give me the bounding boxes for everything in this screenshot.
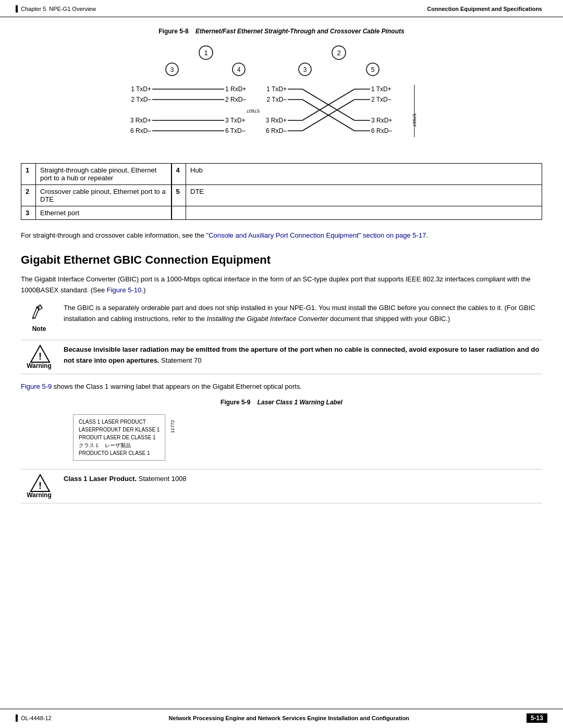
laser-line-4: クラス１ レーザ製品 bbox=[79, 441, 160, 449]
warning1-bold-text: Because invisible laser radiation may be… bbox=[64, 346, 539, 364]
row2-num: 2 bbox=[21, 185, 36, 206]
warning2-bold-text: Class 1 Laser Product. bbox=[64, 475, 137, 483]
svg-text:6 TxD–: 6 TxD– bbox=[225, 127, 246, 134]
svg-text:1 TxD+: 1 TxD+ bbox=[371, 85, 391, 93]
ref-link[interactable]: "Console and Auxiliary Port Connection E… bbox=[206, 231, 426, 239]
row2-label2: DTE bbox=[186, 185, 542, 206]
svg-text:4: 4 bbox=[237, 66, 241, 73]
laser-label-box: CLASS 1 LASER PRODUCT LASERPRODUKT DER K… bbox=[73, 414, 165, 461]
svg-text:2 TxD–: 2 TxD– bbox=[371, 96, 391, 103]
main-content: Figure 5-8 Ethernet/Fast Ethernet Straig… bbox=[0, 17, 563, 552]
svg-text:1 RxD+: 1 RxD+ bbox=[225, 85, 246, 93]
row1-label2: Hub bbox=[186, 164, 542, 185]
svg-text:3 RxD+: 3 RxD+ bbox=[371, 117, 392, 124]
footer-doc-num: OL-4448-12 bbox=[21, 715, 52, 721]
figure8-table: 1 Straight-through cable pinout, Etherne… bbox=[21, 163, 542, 220]
laser-label-num: 11772 bbox=[169, 420, 177, 433]
row3-label2 bbox=[186, 206, 542, 220]
warning1-label: Warning bbox=[27, 362, 52, 369]
warning2-icon-area: ! Warning bbox=[21, 474, 57, 499]
warning2-box: ! Warning Class 1 Laser Product. Stateme… bbox=[21, 469, 542, 503]
row3-label: Ethernet port bbox=[36, 206, 172, 220]
figure9-caption: Figure 5-9 Laser Class 1 Warning Label bbox=[21, 399, 542, 406]
footer-left: OL-4448-12 bbox=[16, 714, 52, 722]
footer-center-text: Network Processing Engine and Network Se… bbox=[169, 715, 409, 721]
warning1-statement: Statement 70 bbox=[161, 356, 201, 364]
svg-text:!: ! bbox=[39, 480, 42, 491]
table-row: 3 Ethernet port bbox=[21, 206, 542, 220]
figure8-caption: Figure 5-8 Ethernet/Fast Ethernet Straig… bbox=[21, 28, 542, 35]
note-icon-area: Note bbox=[21, 303, 57, 332]
svg-text:3 RxD+: 3 RxD+ bbox=[130, 117, 151, 124]
footer-page-num: 5-13 bbox=[527, 713, 547, 723]
svg-text:6 RxD–: 6 RxD– bbox=[266, 127, 287, 134]
cable-diagram: 1 2 3 4 3 5 bbox=[52, 43, 511, 158]
svg-text:1 TxD+: 1 TxD+ bbox=[131, 85, 151, 93]
header-chapter: Chapter 5 bbox=[21, 6, 46, 12]
svg-text:2 RxD–: 2 RxD– bbox=[225, 96, 246, 103]
note-italic: Installing the Gigabit Interface Convert… bbox=[207, 315, 328, 323]
header-right-text: Connection Equipment and Specifications bbox=[427, 6, 542, 12]
svg-text:3 RxD+: 3 RxD+ bbox=[266, 117, 287, 124]
svg-text:2 TxD–: 2 TxD– bbox=[267, 96, 287, 103]
note-pencil-icon bbox=[30, 303, 48, 324]
body-text-1: The Gigabit Interface Converter (GBIC) p… bbox=[21, 274, 542, 296]
figure8-caption-text: Ethernet/Fast Ethernet Straight-Through … bbox=[195, 28, 405, 35]
page-container: Chapter 5 NPE-G1 Overview Connection Equ… bbox=[0, 0, 563, 728]
table-row: 1 Straight-through cable pinout, Etherne… bbox=[21, 164, 542, 185]
row2-num2: 5 bbox=[172, 185, 186, 206]
warning2-label: Warning bbox=[27, 491, 52, 499]
note-box: Note The GBIC is a separately orderable … bbox=[21, 303, 542, 332]
svg-text:!: ! bbox=[39, 351, 42, 362]
footer-bar-icon bbox=[16, 714, 18, 722]
header-left: Chapter 5 NPE-G1 Overview bbox=[16, 5, 96, 13]
laser-line-5: PRODUCTO LASER CLASE 1 bbox=[79, 449, 160, 457]
page-footer: OL-4448-12 Network Processing Engine and… bbox=[0, 709, 563, 728]
svg-text:3: 3 bbox=[170, 66, 174, 73]
note-content: The GBIC is a separately orderable part … bbox=[64, 303, 542, 325]
row1-num: 1 bbox=[21, 164, 36, 185]
section-heading: Gigabit Ethernet GBIC Connection Equipme… bbox=[21, 253, 542, 267]
svg-text:1 TxD+: 1 TxD+ bbox=[266, 85, 287, 93]
row1-label: Straight-through cable pinout, Ethernet … bbox=[36, 164, 172, 185]
figure9-caption-num: Figure 5-9 bbox=[221, 399, 250, 406]
figure9-wrapper: CLASS 1 LASER PRODUCT LASERPRODUKT DER K… bbox=[52, 414, 542, 461]
laser-line-1: CLASS 1 LASER PRODUCT bbox=[79, 418, 160, 426]
svg-text:6 RxD–: 6 RxD– bbox=[130, 127, 151, 134]
svg-text:3: 3 bbox=[303, 66, 307, 73]
svg-text:6 RxD–: 6 RxD– bbox=[371, 127, 392, 134]
row3-num2 bbox=[172, 206, 186, 220]
figure9-caption-text: Laser Class 1 Warning Label bbox=[258, 399, 342, 406]
row2-label: Crossover cable pinout, Ethernet port to… bbox=[36, 185, 172, 206]
svg-text:5: 5 bbox=[371, 66, 375, 73]
warning2-triangle-icon: ! bbox=[30, 474, 48, 490]
svg-text:2: 2 bbox=[337, 49, 340, 57]
laser-line-3: PRODUIT LASER DE CLASSE 1 bbox=[79, 434, 160, 441]
table-row: 2 Crossover cable pinout, Ethernet port … bbox=[21, 185, 542, 206]
warning1-box: ! Warning Because invisible laser radiat… bbox=[21, 340, 542, 374]
svg-text:57607: 57607 bbox=[247, 108, 260, 114]
note-text2: document that shipped with your GBIC.) bbox=[328, 315, 450, 323]
header-bar-icon bbox=[16, 5, 18, 13]
warning1-icon-area: ! Warning bbox=[21, 344, 57, 369]
ref-text: For straight-through and crossover cable… bbox=[21, 230, 542, 241]
row3-num: 3 bbox=[21, 206, 36, 220]
svg-text:1: 1 bbox=[204, 49, 207, 57]
note-label: Note bbox=[32, 325, 46, 332]
figure9-section: Figure 5-9 Laser Class 1 Warning Label C… bbox=[21, 399, 542, 461]
warning2-statement: Statement 1008 bbox=[139, 475, 187, 483]
header-section: NPE-G1 Overview bbox=[49, 6, 96, 12]
warning2-content: Class 1 Laser Product. Statement 1008 bbox=[64, 474, 542, 485]
laser-line-2: LASERPRODUKT DER KLASSE 1 bbox=[79, 426, 160, 434]
svg-text:2 TxD–: 2 TxD– bbox=[131, 96, 152, 103]
page-header: Chapter 5 NPE-G1 Overview Connection Equ… bbox=[0, 0, 563, 17]
figure510-link[interactable]: Figure 5-10 bbox=[107, 286, 141, 294]
figure8-section: Figure 5-8 Ethernet/Fast Ethernet Straig… bbox=[21, 28, 542, 220]
figure9-link[interactable]: Figure 5-9 bbox=[21, 382, 52, 390]
warning1-content: Because invisible laser radiation may be… bbox=[64, 344, 542, 366]
svg-text:3 TxD+: 3 TxD+ bbox=[225, 117, 246, 124]
warning1-triangle-icon: ! bbox=[30, 344, 48, 361]
cable-diagram-svg: 1 2 3 4 3 5 bbox=[104, 43, 459, 158]
row1-num2: 4 bbox=[172, 164, 186, 185]
figure9-ref-text: Figure 5-9 shows the Class 1 warning lab… bbox=[21, 381, 542, 392]
